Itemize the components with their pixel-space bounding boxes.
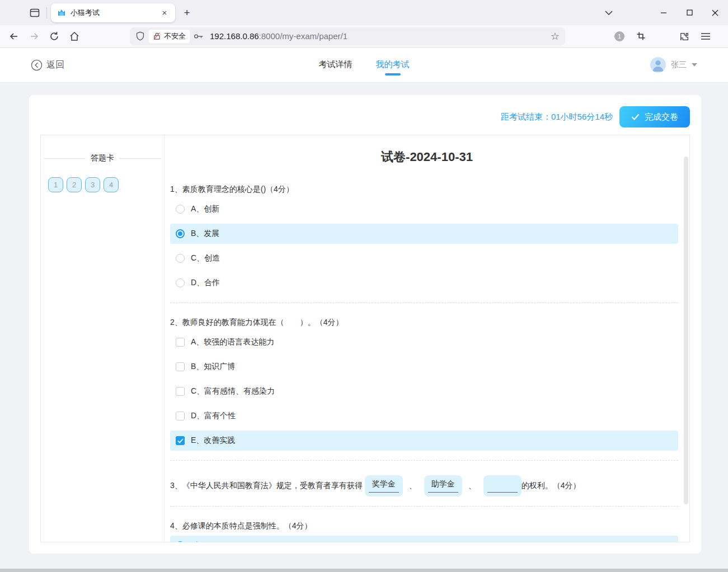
url-text[interactable]: 192.168.0.86:8000/my-exam/paper/1 <box>210 31 547 41</box>
window-maximize-button[interactable] <box>677 0 702 25</box>
answer-card-title: 答题卡 <box>91 153 114 163</box>
q2-option-c[interactable]: C、富有感情、有感染力 <box>170 381 678 401</box>
q1-option-d[interactable]: D、合作 <box>170 273 678 293</box>
exam-panel: 答题卡 1 2 3 4 试卷-2024-10-31 <box>40 135 690 542</box>
site-favicon-cat-icon <box>57 8 66 17</box>
browser-tab-active[interactable]: 小猫考试 × <box>51 3 175 22</box>
question-separator <box>170 506 678 507</box>
window-bottom-edge <box>0 569 728 572</box>
question-jump-3[interactable]: 3 <box>85 177 100 192</box>
radio-unchecked-icon[interactable] <box>176 254 185 263</box>
forward-nav-icon[interactable] <box>26 28 43 45</box>
q1-option-d-label: D、合作 <box>191 278 220 288</box>
key-icon[interactable] <box>194 33 204 40</box>
q1-option-b[interactable]: B、发展 <box>170 224 678 244</box>
blank-input-3[interactable] <box>483 475 522 497</box>
question-2: 2、教师良好的教育能力体现在（ ）。（4分） A、较强的语言表达能力 B、知识广… <box>170 318 678 451</box>
q2-option-b[interactable]: B、知识广博 <box>170 357 678 377</box>
page-content: 距考试结束：01小时56分14秒 完成交卷 答题卡 1 2 <box>0 83 728 572</box>
q2-option-a-label: A、较强的语言表达能力 <box>191 337 274 347</box>
q1-option-b-label: B、发展 <box>191 229 219 239</box>
back-button[interactable]: 返回 <box>31 59 64 71</box>
q1-option-a[interactable]: A、创新 <box>170 199 678 219</box>
screenshot-crop-icon[interactable] <box>632 28 649 45</box>
question-jump-2[interactable]: 2 <box>67 177 82 192</box>
exam-card: 距考试结束：01小时56分14秒 完成交卷 答题卡 1 2 <box>29 95 701 554</box>
bookmark-star-icon[interactable]: ☆ <box>551 30 560 42</box>
blank-separator: 、 <box>409 481 417 491</box>
tab-my-exam[interactable]: 我的考试 <box>376 54 410 75</box>
q2-option-b-label: B、知识广博 <box>191 362 235 372</box>
tab-indicator <box>328 73 344 75</box>
radio-checked-icon[interactable] <box>176 229 185 238</box>
new-tab-button[interactable]: + <box>179 4 195 21</box>
q2-option-d[interactable]: D、富有个性 <box>170 406 678 426</box>
url-host: 192.168.0.86 <box>210 31 259 41</box>
chevron-left-circle-icon <box>31 59 43 71</box>
shield-icon[interactable] <box>135 31 145 41</box>
radio-unchecked-icon[interactable] <box>176 278 185 287</box>
tab-my-exam-label: 我的考试 <box>376 59 410 70</box>
paper-title: 试卷-2024-10-31 <box>165 149 689 166</box>
q1-option-c-label: C、创造 <box>191 253 220 263</box>
question-separator <box>170 302 678 303</box>
caret-down-icon <box>692 63 697 67</box>
security-label: 不安全 <box>164 31 186 41</box>
question-1-stem: 1、素质教育理念的核心是()（4分） <box>170 185 678 195</box>
hamburger-menu-icon[interactable] <box>697 28 714 45</box>
question-jump-4[interactable]: 4 <box>104 177 119 192</box>
radio-checked-icon[interactable] <box>176 541 185 542</box>
checkbox-unchecked-icon[interactable] <box>176 387 185 396</box>
q1-option-a-label: A、创新 <box>191 204 219 214</box>
question-4: 4、必修课的本质特点是强制性。（4分） 对 <box>170 521 678 542</box>
checkbox-unchecked-icon[interactable] <box>176 362 185 371</box>
question-3-stem-prefix: 3、《中华人民共和国教育法》规定，受教育者享有获得 <box>170 481 363 491</box>
q2-option-a[interactable]: A、较强的语言表达能力 <box>170 332 678 352</box>
url-path: :8000/my-exam/paper/1 <box>259 31 347 41</box>
tab-exam-detail[interactable]: 考试详情 <box>319 54 353 75</box>
question-1: 1、素质教育理念的核心是()（4分） A、创新 B、发展 <box>170 185 678 293</box>
q4-option-true[interactable]: 对 <box>170 536 678 542</box>
tab-close-icon[interactable]: × <box>158 7 171 19</box>
user-name: 张三 <box>671 60 687 70</box>
reload-icon[interactable] <box>46 28 63 45</box>
blank-input-2[interactable]: 助学金 <box>424 475 462 497</box>
submit-paper-button[interactable]: 完成交卷 <box>619 106 690 127</box>
radio-unchecked-icon[interactable] <box>176 205 185 214</box>
q4-option-true-label: 对 <box>191 541 199 542</box>
checkbox-checked-icon[interactable] <box>176 436 185 445</box>
toolbar-right-icons: 1 <box>614 28 714 45</box>
browser-tab-bar: 小猫考试 × + <box>0 0 728 25</box>
tab-indicator-active <box>385 73 401 75</box>
address-bar[interactable]: 不安全 192.168.0.86:8000/my-exam/paper/1 ☆ <box>130 27 565 45</box>
question-list: 1、素质教育理念的核心是()（4分） A、创新 B、发展 <box>165 166 689 542</box>
window-minimize-button[interactable] <box>651 0 677 25</box>
back-nav-icon[interactable] <box>6 28 22 45</box>
question-jump-1[interactable]: 1 <box>48 177 63 192</box>
list-tabs-chevron-icon[interactable] <box>600 4 617 21</box>
tab-exam-detail-label: 考试详情 <box>319 59 353 70</box>
q1-option-c[interactable]: C、创造 <box>170 248 678 268</box>
firefox-view-icon[interactable] <box>26 4 44 22</box>
tab-separator <box>46 7 47 18</box>
answer-card-numbers: 1 2 3 4 <box>41 163 164 192</box>
checkbox-unchecked-icon[interactable] <box>176 412 185 420</box>
question-separator <box>170 460 678 461</box>
app-header: 返回 考试详情 我的考试 张三 <box>0 48 728 83</box>
window-close-button[interactable] <box>702 0 728 25</box>
checkbox-unchecked-icon[interactable] <box>176 338 185 347</box>
question-2-stem: 2、教师良好的教育能力体现在（ ）。（4分） <box>170 318 678 328</box>
tab-title: 小猫考试 <box>71 8 154 18</box>
security-status-chip[interactable]: 不安全 <box>149 30 190 43</box>
blank-input-1[interactable]: 奖学金 <box>365 475 403 497</box>
answer-card-divider: 答题卡 <box>41 153 164 163</box>
header-tabs: 考试详情 我的考试 <box>319 54 410 75</box>
extensions-puzzle-icon[interactable] <box>676 28 693 45</box>
q2-option-e[interactable]: E、改善实践 <box>170 431 678 451</box>
scrollbar-thumb[interactable] <box>684 157 688 504</box>
home-icon[interactable] <box>66 28 83 45</box>
notification-badge[interactable]: 1 <box>614 31 624 41</box>
divider-line <box>44 158 86 159</box>
browser-window: 小猫考试 × + <box>0 0 728 572</box>
user-menu[interactable]: 张三 <box>650 57 697 73</box>
